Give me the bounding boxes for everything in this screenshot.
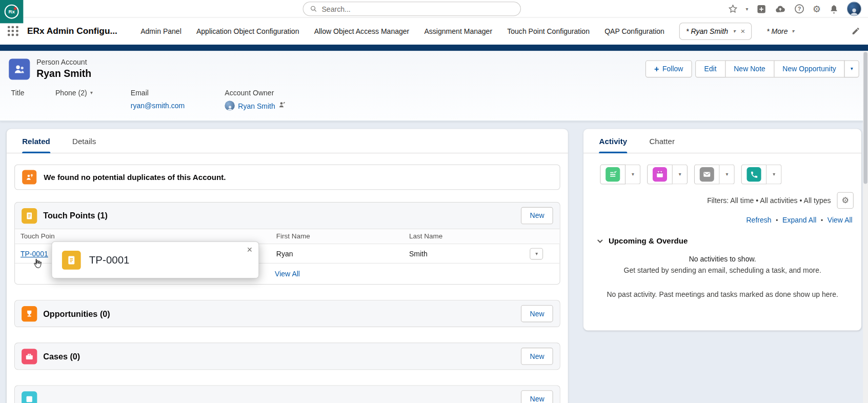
touch-point-record-link[interactable]: TP-0001 (21, 249, 48, 257)
salesforce-app: Rx ▾ ? ⚙ (0, 0, 868, 403)
nav-tab-qap-configuration[interactable]: QAP Configuration (604, 27, 664, 35)
nav-tab-more-label: * More (766, 27, 788, 35)
task-caret-icon[interactable]: ▾ (625, 165, 640, 185)
more-actions-button[interactable]: ▾ (844, 61, 859, 77)
nav-tab-allow-object-access-manager[interactable]: Allow Object Access Manager (314, 27, 410, 35)
record-tabs: Related Details (7, 129, 568, 154)
owner-link[interactable]: Ryan Smith (238, 102, 275, 110)
task-icon (606, 167, 620, 182)
svg-text:?: ? (798, 6, 801, 12)
activity-links: Refresh • Expand All • View All (583, 209, 861, 224)
activity-tabs: Activity Chatter (583, 129, 861, 154)
touch-points-view-all-link[interactable]: View All (275, 270, 300, 278)
cases-new-button[interactable]: New (521, 348, 553, 365)
phone-caret-icon[interactable]: ▾ (90, 90, 93, 95)
app-launcher-icon[interactable] (8, 26, 18, 36)
opportunities-new-button[interactable]: New (521, 305, 553, 322)
favorites-caret-icon[interactable]: ▾ (746, 6, 749, 11)
search-input[interactable] (322, 5, 514, 13)
activity-panel: Activity Chatter ▾ (583, 129, 861, 331)
related-list-cases: Cases (0) New (14, 342, 560, 370)
tab-activity[interactable]: Activity (599, 129, 628, 153)
event-icon (653, 167, 667, 182)
filters-summary: Filters: All time • All activities • All… (707, 196, 831, 205)
field-title: Title (11, 89, 55, 111)
user-avatar[interactable] (847, 2, 861, 16)
email-link[interactable]: ryan@smith.com (131, 102, 185, 110)
page-scrollbar[interactable] (863, 51, 868, 403)
app-name: ERx Admin Configu... (27, 26, 117, 36)
record-entity-label: Person Account (36, 58, 91, 66)
nav-tab-touch-point-configuration[interactable]: Touch Point Configuration (507, 27, 590, 35)
tab-details[interactable]: Details (72, 129, 96, 153)
touch-points-title: Touch Points (1) (43, 211, 108, 220)
upcoming-overdue-section-header[interactable]: Upcoming & Overdue (583, 224, 861, 245)
touch-points-new-button[interactable]: New (521, 207, 553, 224)
record-actions: + Follow Edit New Note New Opportunity ▾ (645, 61, 859, 77)
new-task-button[interactable] (600, 165, 626, 185)
opportunities-title: Opportunities (0) (43, 309, 110, 318)
record-name: Ryan Smith (36, 68, 91, 80)
help-icon[interactable]: ? (794, 2, 805, 15)
nav-tab-ryan-smith-active[interactable]: * Ryan Smith ▾ × (679, 23, 752, 39)
edit-navigation-pencil-icon[interactable] (852, 27, 860, 35)
field-account-owner: Account Owner Ryan Smith (225, 89, 286, 111)
upload-cloud-icon[interactable] (774, 2, 786, 15)
new-event-button[interactable] (648, 165, 673, 185)
column-first-name[interactable]: First Name (276, 232, 409, 240)
add-icon[interactable] (756, 2, 767, 15)
email-button[interactable] (694, 165, 720, 185)
touch-point-first-name: Ryan (276, 249, 409, 257)
filters-gear-icon[interactable]: ⚙ (837, 192, 854, 209)
new-note-button[interactable]: New Note (725, 61, 774, 77)
tab-close-icon[interactable]: × (740, 27, 745, 35)
email-caret-icon[interactable]: ▾ (720, 165, 735, 185)
tab-related[interactable]: Related (22, 129, 50, 153)
column-last-name[interactable]: Last Name (409, 232, 530, 240)
setup-gear-icon[interactable]: ⚙ (813, 2, 821, 15)
no-past-activity-message: No past activity. Past meetings and task… (583, 275, 861, 312)
no-activities-message: No activities to show. Get started by se… (583, 245, 861, 274)
global-header-icons: ▾ ? ⚙ (728, 0, 861, 18)
refresh-link[interactable]: Refresh (746, 216, 771, 224)
duplicate-check-icon (22, 170, 36, 184)
call-caret-icon[interactable]: ▾ (767, 165, 782, 185)
scrollbar-thumb[interactable] (863, 52, 867, 184)
change-owner-icon[interactable] (278, 102, 286, 110)
popover-close-icon[interactable]: × (247, 245, 253, 254)
tab-caret-icon[interactable]: ▾ (733, 29, 736, 34)
global-search[interactable] (303, 2, 521, 16)
favorites-star-icon[interactable] (728, 2, 738, 15)
follow-button[interactable]: + Follow (645, 61, 692, 77)
expand-all-link[interactable]: Expand All (782, 216, 816, 224)
partial-list-new-button[interactable]: New (521, 390, 553, 403)
owner-avatar (225, 101, 234, 111)
popover-touch-point-icon (62, 251, 81, 270)
tab-chatter[interactable]: Chatter (649, 129, 675, 153)
view-all-link[interactable]: View All (827, 216, 853, 224)
nav-tab-admin-panel[interactable]: Admin Panel (140, 27, 181, 35)
nav-tab-application-object-configuration[interactable]: Application Object Configuration (196, 27, 299, 35)
popover-title-link[interactable]: TP-0001 (89, 254, 130, 266)
person-account-icon (9, 58, 30, 79)
column-touch-point-name[interactable]: Touch Poin (21, 232, 276, 240)
nav-tab-more[interactable]: * More ▾ (766, 27, 794, 35)
new-opportunity-button[interactable]: New Opportunity (774, 61, 845, 77)
chevron-down-icon (597, 238, 603, 244)
log-a-call-button[interactable] (741, 165, 767, 185)
duplicate-check-message: We found no potential duplicates of this… (44, 173, 226, 182)
record-header: Person Account Ryan Smith + Follow Edit … (0, 51, 868, 121)
record-highlights: Title Phone (2) ▾ Email ryan@smith.com A… (0, 84, 868, 120)
org-logo: Rx (0, 0, 23, 23)
touch-point-last-name: Smith (409, 249, 530, 257)
edit-button[interactable]: Edit (695, 61, 725, 77)
field-phone[interactable]: Phone (2) ▾ (55, 89, 131, 111)
opportunities-icon (22, 306, 37, 321)
separator-dot: • (821, 217, 823, 224)
event-caret-icon[interactable]: ▾ (673, 165, 688, 185)
row-actions-caret-icon[interactable]: ▾ (530, 248, 543, 259)
follow-plus-icon: + (654, 64, 659, 73)
nav-tab-assignment-manager[interactable]: Assignment Manager (424, 27, 492, 35)
main-content: Related Details We found no potential du… (0, 121, 868, 403)
notifications-bell-icon[interactable] (829, 2, 839, 15)
